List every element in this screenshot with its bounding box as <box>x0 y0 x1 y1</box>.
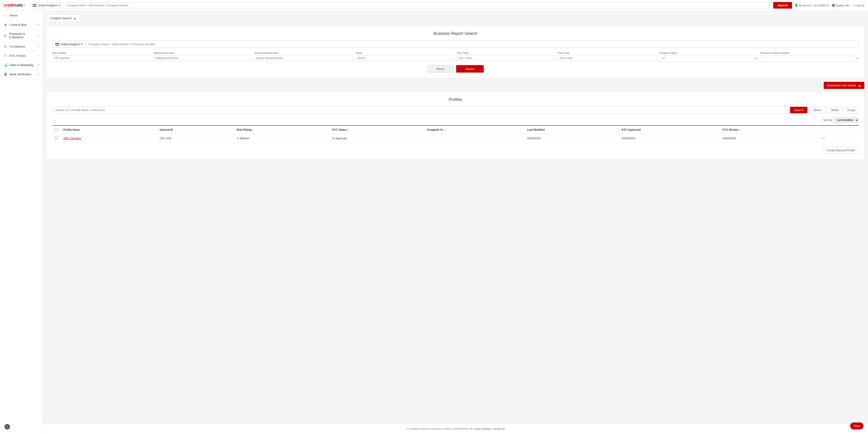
row-last-modified-cell: 01/05/2024 <box>524 134 619 143</box>
search-country-button[interactable]: United Kingdom ▾ <box>53 41 86 48</box>
kyc-approved-value: 01/05/2024 <box>622 137 635 140</box>
house-input[interactable] <box>254 55 353 61</box>
row-checkbox[interactable] <box>55 137 58 140</box>
kyc-status-dot-icon: ● <box>332 136 335 140</box>
footer-cookie-settings[interactable]: Cookie Settings <box>473 428 491 430</box>
header-search-input[interactable] <box>64 2 773 8</box>
chevron-down-icon: ▾ <box>38 34 39 37</box>
col-last-modified: Last Modified <box>524 125 619 134</box>
row-internal-id-cell: CID 1234 <box>157 134 234 143</box>
house-field-group: House Name/Number <box>254 52 353 61</box>
row-kyc-status-cell: ● Approved <box>330 134 424 143</box>
prev-names-select[interactable] <box>760 55 859 61</box>
download-area: Download User Guide ☁ <box>46 82 864 92</box>
business-search-panel: Business Report Search United Kingdom ▾ … <box>46 26 864 78</box>
collapse-label: Collapse Search <box>50 17 71 20</box>
risk-dot-icon: ● <box>237 136 239 140</box>
search-submit-button[interactable]: Search <box>456 65 484 73</box>
header-language[interactable]: English (UK) <box>832 4 850 7</box>
header-logout[interactable]: ↪ Log Out <box>852 4 864 7</box>
search-actions: Reset Search <box>52 65 859 73</box>
upload-icon: ☁ <box>858 84 861 87</box>
col-kyc-approved: KYC Approved <box>619 125 720 134</box>
close-button[interactable]: × <box>4 424 10 430</box>
profiles-assign-button[interactable]: Assign <box>844 107 859 113</box>
sidebar-item-sales-marketing[interactable]: 📊 Sales & Marketing ▾ <box>0 60 43 70</box>
profiles-reset-button[interactable]: Reset <box>809 107 826 114</box>
kyc-review-value: 01/05/2025 <box>723 137 736 140</box>
collapse-icon: ▲ <box>73 17 76 20</box>
col-kyc-review: KYC Review ▽ <box>720 125 819 134</box>
sidebar: ⌂ Home ◈ Credit & Risk ▾ ⚖ Payments & Co… <box>0 11 43 434</box>
header-country-label: United Kingdom <box>38 4 57 7</box>
postcode-input[interactable] <box>558 55 656 61</box>
help-button[interactable]: Help <box>850 423 864 430</box>
business-search-title: Business Report Search <box>52 31 859 36</box>
profiles-title: Profiles <box>52 97 859 102</box>
vat-input[interactable] <box>52 55 151 61</box>
sidebar-item-bank-verification[interactable]: 🏦 Bank Verification ▾ <box>0 70 43 79</box>
chevron-down-icon: ▾ <box>59 4 60 7</box>
col-profile-name: Profile Name <box>61 125 157 134</box>
kyc-status-filter-icon[interactable]: ▽ <box>348 129 350 131</box>
sort-row: Sort By Last Modified <box>52 117 859 123</box>
vat-field-group: VAT Number <box>52 52 151 61</box>
search-reset-button[interactable]: Reset <box>427 65 454 73</box>
status-label: Company Status <box>659 52 758 54</box>
postcode-field-group: Post Code <box>558 52 656 61</box>
language-label: English (UK) <box>836 4 850 7</box>
search-company-input[interactable] <box>86 41 859 48</box>
row-kyc-review-cell: 01/05/2025 <box>720 134 819 143</box>
profile-name-link[interactable]: ABC Company <box>63 137 81 140</box>
chevron-down-icon: ▾ <box>38 24 39 26</box>
logo: creditsafe ✦ <box>4 3 25 8</box>
risk-filter-icon[interactable]: ▽ <box>253 129 254 131</box>
profiles-delete-button[interactable]: Delete <box>827 107 842 113</box>
search-main-row: United Kingdom ▾ <box>52 40 859 48</box>
sidebar-label-payments: Payments & Collections <box>9 32 38 39</box>
city-field-group: City / Town <box>457 52 555 61</box>
table-row: ABC Company CID 1234 ● Medium <box>52 134 859 143</box>
download-user-guide-button[interactable]: Download User Guide ☁ <box>824 82 864 89</box>
review-filter-icon[interactable]: ▽ <box>740 129 741 131</box>
uk-flag-icon <box>33 4 37 7</box>
city-input[interactable] <box>457 55 555 61</box>
row-risk-rating-cell: ● Medium <box>234 134 329 143</box>
select-all-checkbox[interactable] <box>55 128 58 131</box>
collapse-search-button[interactable]: Collapse Search ▲ <box>46 15 80 22</box>
row-actions-cell: ••• <box>819 134 859 143</box>
profiles-panel: Profiles Search Reset Delete Assign Sort… <box>46 92 864 160</box>
kyc-status-value: Approved <box>335 137 347 140</box>
telephone-input[interactable] <box>153 55 252 61</box>
search-extra-fields: VAT Number Telephone Number House Name/N… <box>52 52 859 61</box>
header-search-area: United Kingdom ▾ <box>31 2 773 8</box>
status-select[interactable]: All <box>659 55 758 61</box>
header-right: Search 👤 My Account ID:101806178 English… <box>773 2 864 8</box>
row-profile-name-cell: ABC Company <box>61 134 157 143</box>
assigned-filter-icon[interactable]: ▽ <box>444 129 446 131</box>
row-actions-menu[interactable]: ••• <box>822 137 826 140</box>
sidebar-item-credit-risk[interactable]: ◈ Credit & Risk ▾ <box>0 20 43 29</box>
bank-icon: 🏦 <box>4 73 7 76</box>
home-icon: ⌂ <box>4 13 7 17</box>
profiles-search-input[interactable] <box>52 107 788 114</box>
create-manual-profile-button[interactable]: Create Manual Profile <box>823 147 859 154</box>
header-account[interactable]: 👤 My Account ID:101806178 <box>795 4 829 7</box>
footer-contact-us[interactable]: Contact Us <box>493 428 505 430</box>
sidebar-item-payments[interactable]: ⚖ Payments & Collections ▾ <box>0 29 43 42</box>
risk-rating-value: Medium <box>240 137 250 140</box>
last-modified-value: 01/05/2024 <box>527 137 541 140</box>
profiles-search-button[interactable]: Search <box>790 107 807 113</box>
kyc-protect-icon: 🛡 <box>4 54 7 57</box>
street-input[interactable] <box>355 55 454 61</box>
sidebar-item-kyc-protect[interactable]: 🛡 KYC Protect ▾ <box>0 51 43 60</box>
header-country-selector[interactable]: United Kingdom ▾ <box>31 3 62 8</box>
sidebar-item-compliance[interactable]: ⚖ Compliance ▾ <box>0 42 43 51</box>
header-search-button[interactable]: Search <box>773 2 792 8</box>
account-label: My Account <box>799 4 812 7</box>
profiles-actions-right: Delete Assign <box>827 107 859 113</box>
vat-label: VAT Number <box>52 52 151 54</box>
logout-label: Log Out <box>856 4 864 7</box>
sort-select[interactable]: Last Modified <box>834 117 859 123</box>
sidebar-item-home[interactable]: ⌂ Home <box>0 11 43 20</box>
